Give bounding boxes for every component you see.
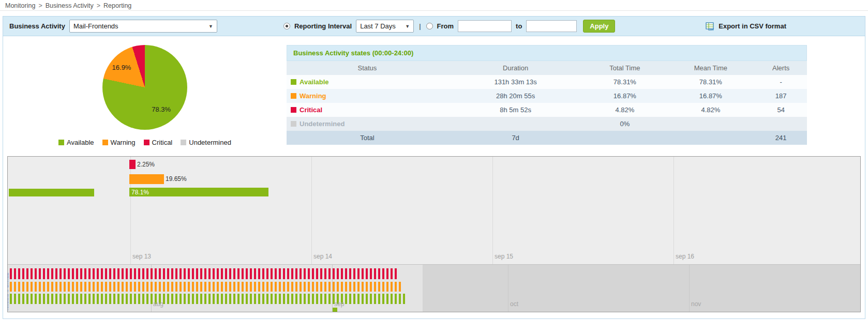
timeline-tick (192, 294, 194, 304)
total-alerts-cell: 241 (755, 131, 807, 145)
timeline-tick (395, 268, 397, 279)
states-table-total-row: Total7d241 (287, 131, 807, 145)
timeline-tick (59, 268, 62, 279)
timeline-tick (80, 294, 82, 304)
timeline-tick (171, 268, 173, 279)
timeline-tick (175, 282, 177, 292)
timeline-tick (382, 294, 384, 304)
timeline-tick (357, 268, 360, 279)
states-table: Business Activity states (00:00-24:00) S… (287, 45, 807, 146)
timeline-tick (204, 282, 206, 292)
timeline-tick (357, 294, 360, 304)
apply-button[interactable]: Apply (583, 20, 615, 33)
timeline-tick (233, 282, 235, 292)
timeline-tick (18, 282, 20, 292)
breadcrumb-monitoring[interactable]: Monitoring (5, 2, 35, 9)
timeline-tick (80, 282, 82, 292)
timeline-tick (258, 268, 260, 279)
timeline-tick (134, 282, 136, 292)
timeline-month-gridline (689, 265, 690, 312)
timeline-tick (146, 268, 148, 279)
business-activity-select[interactable]: Mail-Frontends ▼ (69, 20, 217, 33)
timeline-tick (382, 268, 384, 279)
interval-select[interactable]: Last 7 Days ▼ (356, 20, 414, 33)
toolbar: Business Activity Mail-Frontends ▼ Repor… (3, 17, 865, 36)
timeline-tick (374, 294, 376, 304)
timeline-tick (399, 294, 401, 304)
legend-swatch (102, 140, 108, 145)
legend-swatch (58, 140, 64, 145)
timeline-tick (225, 282, 227, 292)
timeline-tick (155, 268, 157, 279)
timeline-tick (403, 294, 405, 304)
timeline-tick (39, 268, 41, 279)
timeline-tick (26, 268, 28, 279)
timeline-tick (271, 268, 273, 279)
timeline-tick (279, 294, 281, 304)
breadcrumb-business-activity[interactable]: Business Activity (46, 2, 94, 9)
export-csv-label: Export in CSV format (719, 22, 786, 30)
timeline-tick (105, 282, 107, 292)
timeline-tick (320, 268, 322, 279)
timeline-tick (242, 294, 244, 304)
total-duration-cell: 7d (448, 131, 583, 145)
status-cell: Available (287, 75, 448, 89)
timeline-tick (283, 268, 285, 279)
timeline-upper-band[interactable]: sep 13sep 14sep 15sep 162.25%19.65%78.1% (8, 157, 860, 264)
timeline-tick (130, 294, 132, 304)
timeline-tick (14, 294, 16, 304)
timeline-tick (308, 294, 310, 304)
timeline-tick (126, 268, 128, 279)
timeline-tick (55, 268, 57, 279)
timeline-lower-band[interactable]: Timeline © SIMILE augsepoctnov (8, 264, 860, 312)
reporting-interval-radio[interactable] (283, 23, 290, 29)
timeline-tick (217, 294, 219, 304)
to-date-input[interactable] (526, 20, 577, 32)
timeline-tick (171, 282, 173, 292)
from-date-input[interactable] (458, 20, 512, 32)
alerts-cell (755, 117, 807, 131)
timeline-tick (200, 294, 202, 304)
timeline-tick (295, 294, 297, 304)
timeline-tick (188, 282, 190, 292)
table-row: Critical8h 5m 52s4.82%4.82%54 (287, 103, 807, 117)
timeline-tick (51, 294, 53, 304)
states-table-title-bar: Business Activity states (00:00-24:00) (287, 45, 807, 61)
status-cell: Critical (287, 103, 448, 117)
custom-range-radio[interactable] (426, 23, 433, 29)
breadcrumb-reporting[interactable]: Reporting (103, 2, 131, 9)
total-time-cell: 4.82% (583, 103, 666, 117)
timeline-tick (68, 282, 70, 292)
export-csv-button[interactable]: csv Export in CSV format (706, 22, 786, 31)
timeline-tick (122, 268, 124, 279)
timeline-gridline (130, 157, 131, 264)
timeline-bar (129, 174, 164, 184)
timeline-tick (64, 294, 66, 304)
timeline-widget[interactable]: sep 13sep 14sep 15sep 162.25%19.65%78.1%… (7, 156, 861, 312)
timeline-tick (134, 268, 136, 279)
timeline-tick (391, 268, 393, 279)
csv-icon: csv (706, 22, 715, 31)
breadcrumb-separator: > (97, 2, 100, 9)
pie-slice-label: 16.9% (112, 64, 131, 71)
timeline-tick (221, 282, 223, 292)
timeline-tick (324, 268, 326, 279)
timeline-tick (109, 294, 111, 304)
timeline-current-marker (333, 308, 337, 312)
timeline-tick (258, 294, 260, 304)
timeline-tick (213, 294, 215, 304)
timeline-month-label: nov (691, 300, 701, 308)
timeline-tick (366, 268, 368, 279)
legend-label: Available (67, 139, 94, 146)
duration-cell (448, 117, 583, 131)
timeline-tick (55, 294, 57, 304)
timeline-tick (374, 282, 376, 292)
timeline-bar-label: 78.1% (131, 189, 149, 196)
total-time-cell: 0% (583, 117, 666, 131)
timeline-tick (117, 294, 119, 304)
timeline-tick (242, 268, 244, 279)
timeline-tick (68, 268, 70, 279)
timeline-tick (84, 268, 86, 279)
timeline-tick (72, 294, 74, 304)
timeline-tick (184, 282, 186, 292)
